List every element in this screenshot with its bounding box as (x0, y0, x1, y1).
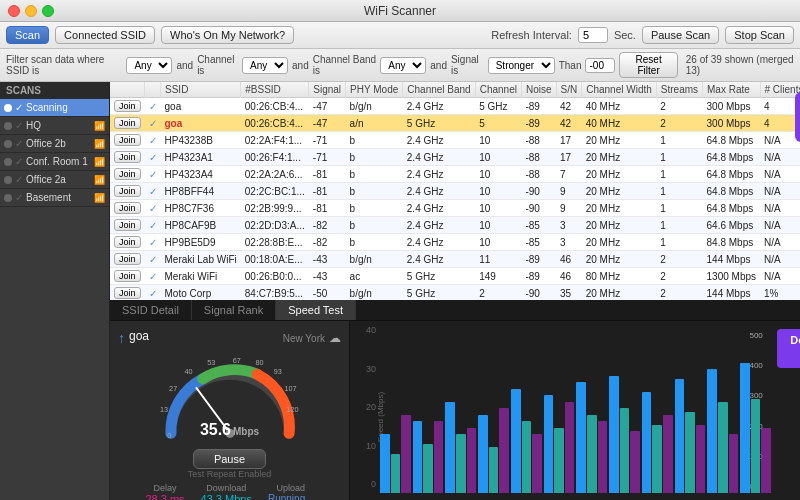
join-button[interactable]: Join (114, 134, 141, 146)
col-sn[interactable]: S/N (556, 82, 582, 98)
join-button[interactable]: Join (114, 253, 141, 265)
pause-button[interactable]: Pause (193, 449, 266, 469)
band-cell: 2.4 GHz (403, 234, 475, 251)
sidebar-item-office2a[interactable]: ✓ Office 2a 📶 (0, 171, 109, 189)
close-button[interactable] (8, 5, 20, 17)
check-cell: ✓ (145, 251, 161, 268)
svg-text:53: 53 (207, 358, 215, 367)
join-cell[interactable]: Join (110, 183, 145, 200)
table-row: Join ✓ goa 00:26:CB:4... -47 b/g/n 2.4 G… (110, 98, 800, 115)
col-noise[interactable]: Noise (521, 82, 556, 98)
join-button[interactable]: Join (114, 287, 141, 299)
bar-ping (598, 421, 608, 493)
sidebar-item-basement[interactable]: ✓ Basement 📶 (0, 189, 109, 207)
signal-cell: -81 (309, 200, 346, 217)
check-cell: ✓ (145, 268, 161, 285)
bar-ping (565, 402, 575, 493)
join-cell[interactable]: Join (110, 234, 145, 251)
col-streams[interactable]: Streams (656, 82, 702, 98)
check-cell: ✓ (145, 200, 161, 217)
join-button[interactable]: Join (114, 270, 141, 282)
join-cell[interactable]: Join (110, 98, 145, 115)
phy-cell: b/g/n (346, 285, 403, 301)
channel-cell: 10 (475, 132, 521, 149)
col-phy[interactable]: PHY Mode (346, 82, 403, 98)
filter-count: 26 of 39 shown (merged 13) (686, 54, 794, 76)
clients-cell: N/A (760, 200, 800, 217)
col-bssid[interactable]: #BSSID (241, 82, 309, 98)
ssid-cell: HP4323A1 (161, 149, 241, 166)
bar-upload (587, 415, 597, 493)
fullscreen-button[interactable] (42, 5, 54, 17)
join-cell[interactable]: Join (110, 200, 145, 217)
sn-cell: 42 (556, 115, 582, 132)
join-button[interactable]: Join (114, 185, 141, 197)
tab-speed-test[interactable]: Speed Test (276, 300, 356, 320)
sidebar-item-conf-room[interactable]: ✓ Conf. Room 1 📶 (0, 153, 109, 171)
col-clients[interactable]: # Clients (760, 82, 800, 98)
refresh-input[interactable] (578, 27, 608, 43)
rate-cell: 144 Mbps (703, 285, 760, 301)
ssid-cell: HP43238B (161, 132, 241, 149)
filter-band-select[interactable]: Any (380, 57, 426, 74)
join-cell[interactable]: Join (110, 132, 145, 149)
streams-cell: 2 (656, 268, 702, 285)
join-button[interactable]: Join (114, 151, 141, 163)
bssid-cell: 02:2D:D3:A... (241, 217, 309, 234)
signal-cell: -82 (309, 217, 346, 234)
join-cell[interactable]: Join (110, 166, 145, 183)
join-button[interactable]: Join (114, 236, 141, 248)
bar-upload (522, 421, 532, 493)
check-cell: ✓ (145, 234, 161, 251)
join-cell[interactable]: Join (110, 251, 145, 268)
col-ssid[interactable]: SSID (161, 82, 241, 98)
streams-cell: 1 (656, 183, 702, 200)
filter-signal-select[interactable]: Stronger (488, 57, 555, 74)
sidebar-item-hq[interactable]: ✓ HQ 📶 (0, 117, 109, 135)
join-button[interactable]: Join (114, 117, 141, 129)
sidebar-item-label: HQ (26, 120, 91, 131)
join-button[interactable]: Join (114, 219, 141, 231)
bar-download (413, 421, 423, 493)
join-cell[interactable]: Join (110, 217, 145, 234)
join-cell[interactable]: Join (110, 149, 145, 166)
sidebar-item-office2b[interactable]: ✓ Office 2b 📶 (0, 135, 109, 153)
filter-channel-select[interactable]: Any (242, 57, 288, 74)
join-button[interactable]: Join (114, 100, 141, 112)
join-button[interactable]: Join (114, 168, 141, 180)
minimize-button[interactable] (25, 5, 37, 17)
join-cell[interactable]: Join (110, 115, 145, 132)
join-cell[interactable]: Join (110, 268, 145, 285)
scan-button[interactable]: Scan (6, 26, 49, 44)
rate-cell: 64.8 Mbps (703, 149, 760, 166)
filter-than-input[interactable] (585, 58, 615, 73)
stop-scan-button[interactable]: Stop Scan (725, 26, 794, 44)
filter-and2: and (292, 60, 309, 71)
col-channel[interactable]: Channel (475, 82, 521, 98)
connected-ssid-button[interactable]: Connected SSID (55, 26, 155, 44)
pause-scan-button[interactable]: Pause Scan (642, 26, 719, 44)
ssid-cell: HP4323A4 (161, 166, 241, 183)
col-width[interactable]: Channel Width (582, 82, 657, 98)
whos-on-button[interactable]: Who's On My Network? (161, 26, 294, 44)
col-rate[interactable]: Max Rate (703, 82, 760, 98)
table-row: Join ✓ Meraki WiFi 00:26:B0:0... -43 ac … (110, 268, 800, 285)
join-button[interactable]: Join (114, 202, 141, 214)
band-cell: 5 GHz (403, 268, 475, 285)
tab-signal-rank[interactable]: Signal Rank (192, 300, 276, 320)
band-cell: 2.4 GHz (403, 200, 475, 217)
phy-cell: b (346, 183, 403, 200)
signal-cell: -71 (309, 132, 346, 149)
bar-upload (620, 408, 630, 493)
check-cell: ✓ (145, 115, 161, 132)
reset-filter-button[interactable]: Reset Filter (619, 52, 677, 78)
upload-icon: ↑ (118, 330, 125, 346)
col-band[interactable]: Channel Band (403, 82, 475, 98)
filter-ssid-select[interactable]: Any (126, 57, 172, 74)
col-signal[interactable]: Signal (309, 82, 346, 98)
tab-ssid-detail[interactable]: SSID Detail (110, 300, 192, 320)
join-cell[interactable]: Join (110, 285, 145, 301)
bar-download (740, 363, 750, 493)
rate-cell: 300 Mbps (703, 98, 760, 115)
sidebar-item-scanning[interactable]: ✓ Scanning (0, 99, 109, 117)
